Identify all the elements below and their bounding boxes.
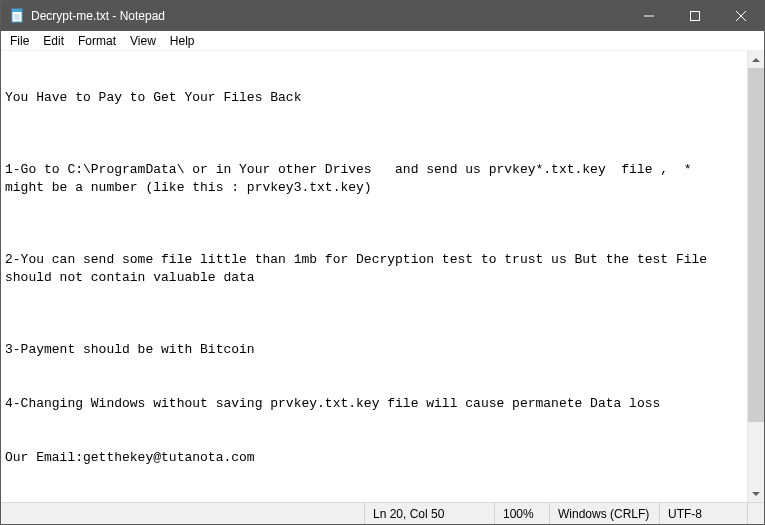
svg-rect-1 [12,9,22,12]
svg-marker-10 [752,492,760,496]
titlebar: Decrypt-me.txt - Notepad [1,1,764,31]
statusbar: Ln 20, Col 50 100% Windows (CRLF) UTF-8 [1,502,764,524]
window-controls [626,1,764,31]
scroll-up-arrow[interactable] [748,51,764,68]
menu-format[interactable]: Format [71,32,123,50]
minimize-button[interactable] [626,1,672,31]
status-encoding: UTF-8 [659,503,747,524]
menu-file[interactable]: File [3,32,36,50]
menu-help[interactable]: Help [163,32,202,50]
scroll-down-arrow[interactable] [748,485,764,502]
status-zoom: 100% [494,503,549,524]
scroll-track[interactable] [748,68,764,485]
status-line-ending: Windows (CRLF) [549,503,659,524]
resize-grip[interactable] [747,503,764,524]
menu-edit[interactable]: Edit [36,32,71,50]
scroll-thumb[interactable] [748,68,764,422]
menubar: File Edit Format View Help [1,31,764,51]
vertical-scrollbar[interactable] [747,51,764,502]
close-button[interactable] [718,1,764,31]
status-position: Ln 20, Col 50 [364,503,494,524]
menu-view[interactable]: View [123,32,163,50]
text-editor[interactable]: You Have to Pay to Get Your Files Back 1… [1,51,747,502]
svg-marker-9 [752,58,760,62]
maximize-button[interactable] [672,1,718,31]
content-area: You Have to Pay to Get Your Files Back 1… [1,51,764,502]
notepad-icon [9,8,25,24]
window-title: Decrypt-me.txt - Notepad [31,9,165,23]
svg-rect-6 [691,12,700,21]
titlebar-left: Decrypt-me.txt - Notepad [1,8,165,24]
